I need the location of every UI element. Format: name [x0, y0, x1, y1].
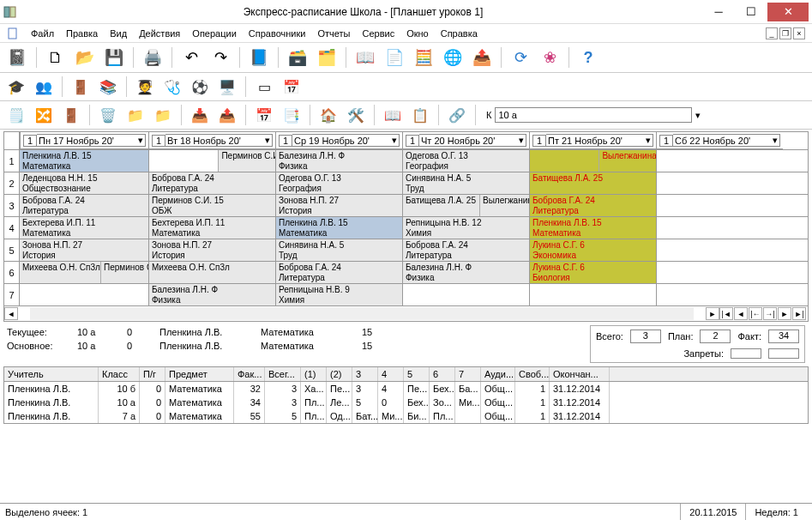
schedule-cell[interactable]: Пленкина Л.В. 15Математика [530, 217, 656, 239]
nav-next2-icon[interactable]: →| [763, 307, 777, 320]
open-icon[interactable]: 📂 [73, 45, 97, 70]
calendar-icon[interactable]: 📅 [280, 76, 303, 98]
day-shift-field[interactable]: 1 [532, 135, 546, 147]
table-column-header[interactable]: Предмет [165, 367, 234, 381]
graph-icon[interactable]: 🔗 [446, 104, 468, 126]
table-column-header[interactable]: Ауди... [481, 367, 515, 381]
day-shift-field[interactable]: 1 [406, 135, 419, 147]
abacus-icon[interactable]: 🧮 [412, 45, 436, 70]
day-shift-field[interactable]: 1 [23, 135, 37, 147]
day-date-picker[interactable]: Ср 19 Ноябрь 20'▾ [292, 134, 400, 147]
schedule-cell[interactable]: Балезина Л.Н. ФФизика [149, 284, 275, 305]
schedule-cell[interactable]: Балезина Л.Н. ФФизика [276, 150, 402, 172]
table-column-header[interactable]: 7 [455, 367, 481, 381]
book-open-icon[interactable]: 📖 [353, 45, 377, 70]
table-column-header[interactable]: Своб... [515, 367, 550, 381]
computer-icon[interactable]: 🖥️ [216, 76, 238, 98]
schedule-cell-sub[interactable]: Перминов С.И. Ак3л [100, 262, 148, 283]
table-column-header[interactable]: (2) [327, 367, 352, 381]
copy-icon[interactable]: 📑 [280, 104, 303, 126]
schedule-cell[interactable]: Пленкина Л.В. 15Математика [276, 217, 402, 239]
schedule-cell-sub[interactable]: Вылегжанина Л.И. 23 [598, 150, 656, 172]
schedule-cell[interactable] [657, 239, 783, 261]
day-header[interactable]: 1 Вт 18 Ноябрь 20'▾ [148, 132, 275, 149]
scroll-left-icon[interactable]: ◄ [4, 307, 18, 320]
table-row[interactable]: Пленкина Л.В.7 а0Математика555Пл...Од...… [4, 409, 808, 423]
catalog-icon[interactable]: 🗃️ [286, 45, 310, 70]
schedule-cell[interactable]: Боброва Г.А. 24Литература [403, 239, 529, 261]
menu-view[interactable]: Вид [110, 28, 127, 39]
table-column-header[interactable]: 6 [430, 367, 455, 381]
page-icon[interactable]: 🗒️ [5, 104, 27, 126]
folders-icon[interactable]: 🗂️ [315, 45, 339, 70]
save-icon[interactable]: 💾 [102, 45, 126, 70]
table-row[interactable]: Пленкина Л.В.10 а0Математика343Пл...Ле..… [4, 396, 808, 409]
import-icon[interactable]: 📥 [189, 104, 211, 126]
delete-icon[interactable]: 🗑️ [97, 104, 119, 126]
folder-b-icon[interactable]: 📁 [152, 104, 174, 126]
refresh-icon[interactable]: ⟳ [508, 45, 532, 70]
day-date-picker[interactable]: Пн 17 Ноябрь 20'▾ [37, 134, 146, 147]
schedule-cell[interactable] [657, 284, 783, 305]
chevron-down-icon[interactable]: ▾ [695, 110, 701, 121]
swap-icon[interactable]: 🔀 [33, 104, 55, 126]
day-shift-field[interactable]: 1 [152, 135, 165, 147]
table-row[interactable]: Пленкина Л.В.10 б0Математика323Ха...Пе..… [4, 382, 808, 396]
day-date-picker[interactable]: Пт 21 Ноябрь 20'▾ [546, 134, 653, 147]
mdi-restore-button[interactable]: ❐ [779, 27, 791, 39]
schedule-cell[interactable]: Зонова Н.П. 27История [276, 195, 402, 216]
schedule-cell[interactable]: Лукина С.Г. 6Экономика [530, 239, 656, 261]
schedule-cell[interactable]: Батищева Л.А. 25 [530, 172, 656, 194]
flower-icon[interactable]: ❀ [538, 45, 562, 70]
schedule-cell[interactable]: Синявина Н.А. 5Труд [403, 172, 529, 194]
schedule-cell[interactable]: Репницына Н.В. 12Химия [403, 217, 529, 239]
day-header[interactable]: 1 Чт 20 Ноябрь 20'▾ [402, 132, 529, 149]
blank-icon[interactable]: ▭ [253, 76, 275, 98]
day-header[interactable]: 1 Пн 17 Ноябрь 20'▾ [20, 132, 148, 149]
teacher-icon[interactable]: 🧑‍🎓 [134, 76, 156, 98]
schedule-cell[interactable] [657, 262, 783, 283]
tools-icon[interactable]: 🛠️ [345, 104, 367, 126]
schedule-cell[interactable] [657, 150, 783, 172]
day-header[interactable]: 1 Ср 19 Ноябрь 20'▾ [275, 132, 402, 149]
nav-first-icon[interactable]: |◄ [719, 307, 733, 320]
close-button[interactable]: ✕ [767, 3, 809, 21]
grid-hscroll[interactable]: ◄ ► |◄ ◄ |← →| ► ►| [3, 306, 809, 322]
schedule-cell[interactable]: Пленкина Л.В. 15Математика [20, 150, 148, 172]
redo-icon[interactable]: ↷ [208, 45, 232, 70]
menu-actions[interactable]: Действия [139, 28, 180, 39]
new-icon[interactable]: 🗋 [44, 45, 68, 70]
day-header[interactable]: 1 Сб 22 Ноябрь 20'▾ [656, 132, 783, 149]
mdi-minimize-button[interactable]: _ [766, 27, 778, 39]
menu-service[interactable]: Сервис [362, 28, 394, 39]
nav-last-icon[interactable]: ►| [792, 307, 806, 320]
table-column-header[interactable]: 4 [378, 367, 404, 381]
schedule-cell[interactable]: Балезина Л.Н. ФФизика [403, 262, 529, 283]
menu-reports[interactable]: Отчеты [317, 28, 350, 39]
day-date-picker[interactable]: Вт 18 Ноябрь 20'▾ [165, 134, 273, 147]
schedule-cell[interactable]: Лукина С.Г. 6Биология [530, 262, 656, 283]
schedule-cell[interactable] [149, 150, 218, 172]
notebook-icon[interactable]: 📓 [5, 45, 29, 70]
table-column-header[interactable]: П/г [140, 367, 165, 381]
schedule-cell[interactable] [657, 217, 783, 239]
menu-references[interactable]: Справочники [249, 28, 306, 39]
schedule-cell[interactable]: Боброва Г.А. 24Литература [20, 195, 148, 216]
table-column-header[interactable]: Окончан... [550, 367, 610, 381]
menu-file[interactable]: Файл [31, 28, 54, 39]
schedule-cell[interactable]: Одегова О.Г. 13География [403, 150, 529, 172]
table-column-header[interactable]: 3 [352, 367, 378, 381]
door-move-icon[interactable]: 🚪 [60, 104, 82, 126]
schedule-cell[interactable] [20, 284, 148, 305]
table-column-header[interactable]: 5 [404, 367, 430, 381]
schedule-cell[interactable]: Бехтерева И.П. 11Математика [20, 217, 148, 239]
schedule-cell[interactable]: Зонова Н.П. 27История [20, 239, 148, 261]
schedule-cell[interactable]: Боброва Г.А. 24Литература [530, 195, 656, 216]
schedule-cell[interactable]: Зонова Н.П. 27История [149, 239, 275, 261]
note-icon[interactable]: 📋 [409, 104, 431, 126]
schedule-cell[interactable]: Одегова О.Г. 13География [276, 172, 402, 194]
folder-a-icon[interactable]: 📁 [124, 104, 147, 126]
home-icon[interactable]: 🏠 [317, 104, 340, 126]
schedule-cell[interactable]: Бехтерева И.П. 11Математика [149, 217, 275, 239]
schedule-cell[interactable] [657, 172, 783, 194]
